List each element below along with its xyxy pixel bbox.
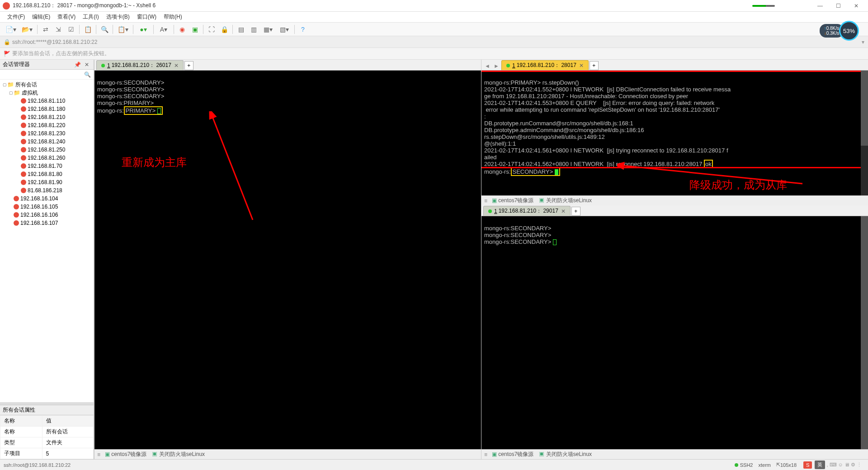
term-line: mongo-rs:PRIMARY> bbox=[97, 100, 154, 106]
term-line: mongo-rs:SECONDARY> bbox=[484, 225, 551, 232]
fullscreen-button[interactable]: ⛶ bbox=[206, 24, 217, 35]
xagent-button[interactable]: ◉ bbox=[177, 24, 188, 35]
tree-host[interactable]: 192.168.16.104 bbox=[0, 195, 94, 203]
arrange-button[interactable]: ▧▾ bbox=[277, 24, 292, 35]
tree-host[interactable]: 192.168.81.230 bbox=[0, 129, 94, 138]
chevron-down-icon[interactable]: ▾ bbox=[862, 39, 864, 45]
tree-host[interactable]: 192.168.81.220 bbox=[0, 121, 94, 129]
tab-prev-button[interactable]: ◄ bbox=[483, 62, 491, 70]
minimize-button[interactable]: — bbox=[811, 0, 829, 12]
primary-highlight: PRIMARY> bbox=[126, 107, 156, 114]
host-label: 192.168.81.220 bbox=[28, 122, 65, 128]
quick-cmd-selinux[interactable]: ▣ 关闭防火墙seLinux bbox=[152, 451, 205, 458]
terminal-area: 1 192.168.81.210： 26017 ✕ + mongo-rs:SEC… bbox=[94, 60, 868, 459]
tree-host[interactable]: 192.168.81.210 bbox=[0, 113, 94, 121]
cascade-button[interactable]: ▦▾ bbox=[261, 24, 275, 35]
collapse-icon[interactable]: ▢ bbox=[2, 82, 7, 87]
tree-root-label: 所有会话 bbox=[15, 81, 37, 89]
tab-29017[interactable]: 1 192.168.81.210： 29017 ✕ bbox=[483, 206, 571, 216]
tree-host[interactable]: 192.168.16.107 bbox=[0, 219, 94, 227]
prop-key: 子项目 bbox=[0, 448, 42, 459]
speed-gauge: 0.8K/s 0.3K/s 53% bbox=[820, 21, 859, 41]
tile-v-button[interactable]: ▥ bbox=[248, 24, 259, 35]
new-session-button[interactable]: 📄▾ bbox=[4, 24, 18, 35]
quick-cmd-centos[interactable]: ▣ centos7镜像源 bbox=[492, 197, 533, 204]
tree-host[interactable]: 192.168.16.106 bbox=[0, 211, 94, 219]
tab-close-icon[interactable]: ✕ bbox=[561, 208, 566, 214]
paste-button[interactable]: 📋▾ bbox=[116, 24, 130, 35]
session-tree[interactable]: ▢ 📁 所有会话 ▢ 📁 虚拟机 192.168.81.110192.168.8… bbox=[0, 80, 94, 402]
tree-root[interactable]: ▢ 📁 所有会话 bbox=[0, 81, 94, 89]
reconnect-button[interactable]: ⇄ bbox=[40, 24, 51, 35]
terminal-br-body[interactable]: mongo-rs:SECONDARY> mongo-rs:SECONDARY> … bbox=[481, 216, 868, 449]
cursor-icon bbox=[157, 108, 161, 114]
menu-view[interactable]: 查看(V) bbox=[54, 13, 79, 21]
tile-h-button[interactable]: ▤ bbox=[236, 24, 246, 35]
properties-panel: 所有会话属性 名称 值 名称所有会话类型文件夹子项目5 bbox=[0, 405, 94, 459]
help-button[interactable]: ? bbox=[297, 24, 308, 35]
hamburger-icon[interactable]: ≡ bbox=[484, 451, 487, 458]
tree-host[interactable]: 192.168.81.240 bbox=[0, 138, 94, 146]
term-line: mongo-rs: bbox=[484, 168, 511, 175]
terminal-right-column: ◄ ► 1 192.168.81.210： 28017 ✕ + mongo-rs… bbox=[481, 60, 868, 459]
tree-host[interactable]: 192.168.16.105 bbox=[0, 203, 94, 211]
tunneling-button[interactable]: ▣ bbox=[189, 24, 200, 35]
tab-close-icon[interactable]: ✕ bbox=[174, 62, 179, 69]
menu-help[interactable]: 帮助(H) bbox=[160, 13, 186, 21]
address-bar[interactable]: 🔒 ssh://root:*****@192.168.81.210:22 ▾ bbox=[0, 36, 868, 48]
add-tab-button[interactable]: + bbox=[590, 61, 599, 70]
quick-cmd-centos[interactable]: ▣ centos7镜像源 bbox=[105, 451, 146, 458]
menu-tools[interactable]: 工具(I) bbox=[79, 13, 102, 21]
pin-icon[interactable]: 📌 bbox=[72, 62, 83, 68]
svg-line-0 bbox=[212, 116, 253, 220]
tree-host[interactable]: 192.168.81.180 bbox=[0, 105, 94, 113]
scrollbar[interactable] bbox=[861, 71, 868, 195]
disconnect-button[interactable]: ⇲ bbox=[53, 24, 64, 35]
search-button[interactable]: 🔍 bbox=[99, 24, 110, 35]
tree-host[interactable]: 192.168.81.70 bbox=[0, 162, 94, 170]
tab-close-icon[interactable]: ✕ bbox=[579, 62, 584, 69]
maximize-button[interactable]: ☐ bbox=[829, 0, 847, 12]
collapse-icon[interactable]: ▢ bbox=[8, 90, 14, 95]
tab-next-button[interactable]: ► bbox=[492, 62, 500, 70]
menu-tab[interactable]: 选项卡(B) bbox=[103, 13, 133, 21]
ime-indicator[interactable]: S英 , ⌨ ☺ 🖥 ⚙ ⋮ bbox=[802, 461, 862, 469]
menu-edit[interactable]: 编辑(E) bbox=[28, 13, 54, 21]
close-button[interactable]: ✕ bbox=[847, 0, 865, 12]
tab-28017[interactable]: 1 192.168.81.210： 28017 ✕ bbox=[501, 60, 589, 70]
tree-folder-vm[interactable]: ▢ 📁 虚拟机 bbox=[0, 89, 94, 97]
term-line: mongo-rs:SECONDARY> bbox=[97, 93, 164, 100]
quick-cmd-selinux[interactable]: ▣ 关闭防火墙seLinux bbox=[539, 451, 592, 458]
tab-number: 1 bbox=[512, 62, 515, 69]
quick-cmd-selinux[interactable]: ▣ 关闭防火墙seLinux bbox=[539, 197, 592, 204]
lock-button[interactable]: 🔒 bbox=[219, 24, 230, 35]
add-tab-button[interactable]: + bbox=[184, 61, 193, 70]
close-panel-icon[interactable]: ✕ bbox=[83, 62, 91, 68]
tree-host[interactable]: 192.168.81.80 bbox=[0, 170, 94, 178]
hamburger-icon[interactable]: ≡ bbox=[484, 198, 487, 204]
scrollbar[interactable] bbox=[861, 216, 868, 449]
menu-file[interactable]: 文件(F) bbox=[4, 13, 28, 21]
copy-button[interactable]: 📋 bbox=[82, 24, 93, 35]
color-button[interactable]: ●▾ bbox=[136, 24, 151, 35]
tree-host[interactable]: 192.168.81.90 bbox=[0, 178, 94, 186]
tree-host[interactable]: 192.168.81.260 bbox=[0, 154, 94, 162]
font-button[interactable]: A▾ bbox=[156, 24, 171, 35]
annotation-primary: 重新成为主库 bbox=[122, 159, 187, 166]
add-tab-button[interactable]: + bbox=[571, 207, 580, 216]
cursor-icon bbox=[555, 169, 558, 175]
terminal-tr-body[interactable]: mongo-rs:PRIMARY> rs.stepDown() 2021-02-… bbox=[481, 71, 868, 195]
tab-26017[interactable]: 1 192.168.81.210： 26017 ✕ bbox=[96, 60, 184, 70]
tree-host[interactable]: 192.168.81.250 bbox=[0, 146, 94, 154]
hamburger-icon[interactable]: ≡ bbox=[97, 451, 100, 458]
search-icon[interactable]: 🔍 bbox=[84, 71, 91, 78]
open-session-button[interactable]: 📂▾ bbox=[20, 24, 34, 35]
properties-button[interactable]: ☑ bbox=[66, 24, 76, 35]
menu-window[interactable]: 窗口(W) bbox=[133, 13, 160, 21]
properties-header: 所有会话属性 bbox=[0, 405, 94, 415]
address-text: ssh://root:*****@192.168.81.210:22 bbox=[12, 39, 862, 45]
terminal-left-body[interactable]: mongo-rs:SECONDARY> mongo-rs:SECONDARY> … bbox=[94, 71, 481, 449]
quick-cmd-centos[interactable]: ▣ centos7镜像源 bbox=[492, 451, 533, 458]
tree-host[interactable]: 81.68.186.218 bbox=[0, 186, 94, 195]
tree-host[interactable]: 192.168.81.110 bbox=[0, 97, 94, 105]
